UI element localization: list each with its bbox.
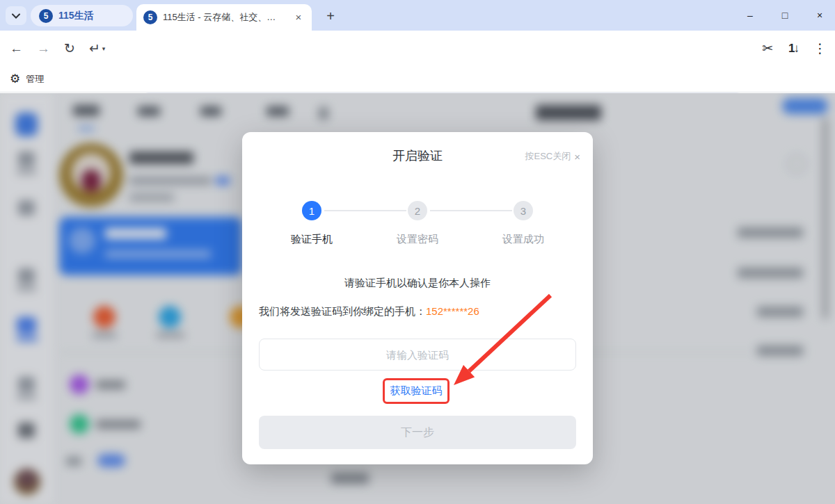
tab-label: 115生活 - 云存储、社交、生活 bbox=[163, 11, 281, 24]
back-icon[interactable]: ← bbox=[10, 42, 23, 55]
more-menu-icon[interactable]: ⋮ bbox=[813, 42, 827, 55]
esc-hint-text: 按ESC关闭 bbox=[525, 150, 571, 163]
browser-toolbar: ← → ↻ ↵ ▾ 115.com/life/settings/security… bbox=[0, 31, 835, 66]
close-button[interactable]: × bbox=[814, 10, 825, 21]
get-code-link[interactable]: 获取验证码 bbox=[390, 384, 443, 398]
masked-phone-number: 152******26 bbox=[426, 305, 479, 317]
reload-icon[interactable]: ↻ bbox=[64, 42, 75, 55]
caret-down-icon: ▾ bbox=[102, 45, 106, 52]
esc-hint: 按ESC关闭 × bbox=[525, 150, 581, 163]
step-connector bbox=[324, 210, 406, 211]
step-label: 设置成功 bbox=[502, 233, 544, 246]
step-verify-phone: 1 验证手机 bbox=[291, 201, 333, 246]
new-tab-button[interactable]: + bbox=[321, 7, 340, 25]
step-number: 2 bbox=[408, 201, 427, 220]
site-favicon-icon: 5 bbox=[143, 10, 157, 24]
chevron-down-icon bbox=[12, 13, 20, 19]
enable-verification-modal: 开启验证 按ESC关闭 × 1 验证手机 2 设置密码 3 设置成功 请验证手机… bbox=[242, 132, 593, 464]
tab-strip: 5 115生活 5 115生活 - 云存储、社交、生活 × + – □ × bbox=[0, 0, 835, 31]
step-connector bbox=[430, 210, 512, 211]
tab-label: 115生活 bbox=[58, 10, 94, 22]
scissors-extension-icon[interactable]: ✂ bbox=[762, 42, 773, 55]
send-code-hint: 我们将发送验证码到你绑定的手机：152******26 bbox=[259, 305, 479, 318]
verify-subtitle: 请验证手机以确认是你本人操作 bbox=[242, 277, 593, 290]
return-arrow-icon: ↵ bbox=[89, 42, 100, 55]
enter-extension-button[interactable]: ↵ ▾ bbox=[89, 42, 105, 55]
site-favicon-icon: 5 bbox=[39, 9, 53, 23]
step-label: 验证手机 bbox=[291, 233, 333, 246]
tab-close-icon[interactable]: × bbox=[292, 11, 305, 24]
next-step-button[interactable]: 下一步 bbox=[259, 416, 576, 449]
tab-active-115-life-cloud[interactable]: 5 115生活 - 云存储、社交、生活 × bbox=[136, 4, 312, 31]
annotation-red-box: 获取验证码 bbox=[383, 378, 450, 404]
gear-icon: ⚙ bbox=[10, 72, 20, 86]
bookmarks-bar: ⚙ 管理 bbox=[0, 66, 835, 92]
step-label: 设置密码 bbox=[397, 233, 438, 246]
tab-search-button[interactable] bbox=[6, 6, 26, 25]
updown-extension-icon[interactable]: 1↓ bbox=[788, 42, 798, 54]
step-set-password: 2 设置密码 bbox=[397, 201, 438, 246]
verification-stepper: 1 验证手机 2 设置密码 3 设置成功 bbox=[242, 201, 593, 251]
forward-icon[interactable]: → bbox=[37, 42, 50, 55]
tab-115-life[interactable]: 5 115生活 bbox=[31, 5, 133, 26]
modal-close-icon[interactable]: × bbox=[574, 151, 580, 163]
maximize-button[interactable]: □ bbox=[779, 10, 790, 21]
window-controls: – □ × bbox=[745, 0, 825, 31]
step-success: 3 设置成功 bbox=[502, 201, 544, 246]
send-code-text: 我们将发送验证码到你绑定的手机： bbox=[259, 305, 426, 317]
minimize-button[interactable]: – bbox=[745, 10, 756, 21]
step-number: 3 bbox=[514, 201, 533, 220]
bookmark-manage[interactable]: 管理 bbox=[26, 73, 44, 86]
verification-code-input[interactable] bbox=[259, 339, 576, 371]
step-number: 1 bbox=[302, 201, 321, 220]
